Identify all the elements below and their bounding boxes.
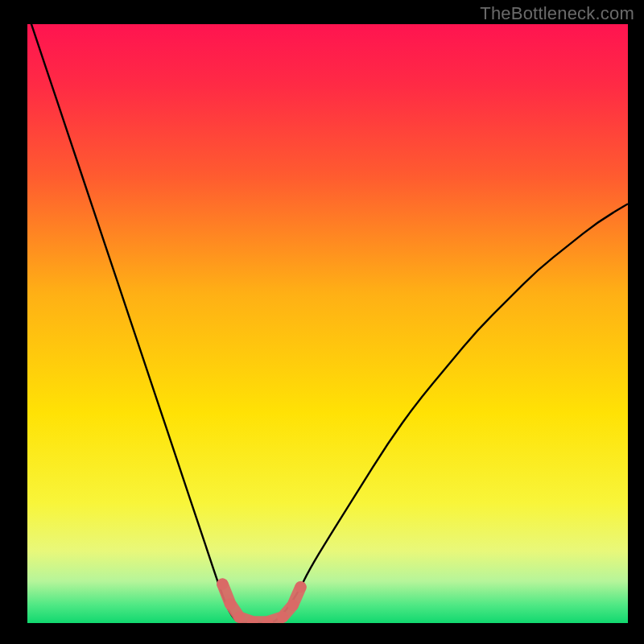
bottleneck-curve: [27, 24, 628, 623]
curve-path: [27, 24, 628, 623]
plot-area: [27, 24, 628, 623]
chart-frame: TheBottleneck.com: [0, 0, 644, 644]
bottom-marker-group: [217, 579, 306, 623]
marker-dot: [217, 579, 228, 590]
marker-dot: [287, 600, 299, 611]
marker-dot: [295, 581, 306, 592]
marker-dot: [233, 612, 245, 623]
watermark-text: TheBottleneck.com: [480, 3, 634, 24]
marker-dot: [277, 612, 288, 623]
marker-dot: [225, 598, 236, 609]
